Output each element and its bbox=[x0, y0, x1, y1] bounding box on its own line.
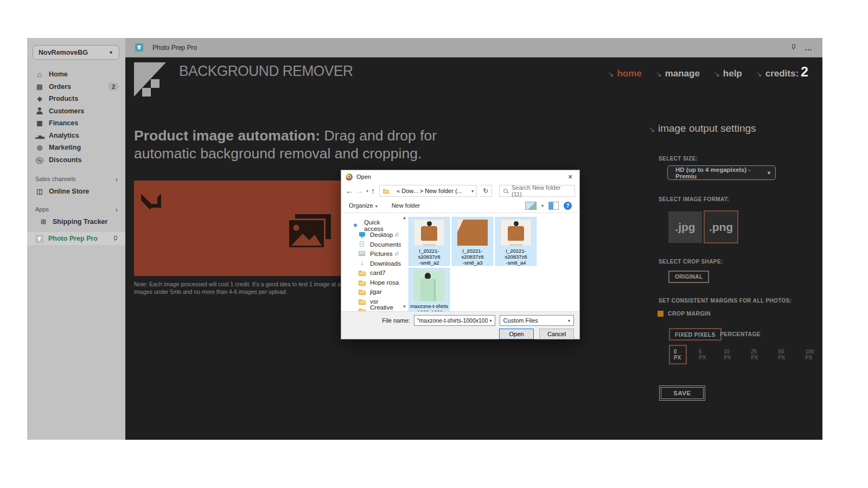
scroll-up-icon[interactable]: ▲ bbox=[401, 215, 408, 220]
sales-channels-header[interactable]: Sales channels › bbox=[27, 174, 125, 184]
tree-item[interactable]: Creative Cloud Fil bbox=[341, 306, 401, 312]
desktop-icon bbox=[359, 232, 366, 238]
file-thumbnail bbox=[414, 220, 444, 246]
app-nav-link[interactable]: ↘manage bbox=[656, 68, 700, 79]
address-bar: ← → ▾ ↑ « Dow... > New folder (... ▾ ↻ S… bbox=[341, 183, 579, 198]
tree-item[interactable]: Quick access bbox=[341, 221, 401, 230]
file-tile[interactable]: I_20221-s20837z8 -sm8_a3 bbox=[452, 217, 493, 266]
file-tile[interactable]: maxzone-t-shirts -1000x1000 bbox=[409, 268, 450, 311]
search-input[interactable]: Search New folder (11) bbox=[499, 185, 575, 197]
file-tile[interactable]: I_20221-s20837z8 -sm8_a4 bbox=[495, 217, 537, 266]
dialog-toolbar: Organize▾ New folder ▾ ? bbox=[341, 198, 579, 213]
sidebar-item[interactable]: Discounts bbox=[27, 154, 125, 166]
refresh-icon[interactable]: ↻ bbox=[480, 185, 492, 197]
save-button[interactable]: SAVE bbox=[659, 386, 705, 401]
sidebar-item[interactable]: Home bbox=[27, 68, 125, 81]
sidebar-item-shipping-tracker[interactable]: Shipping Tracker bbox=[27, 216, 125, 228]
new-folder-button[interactable]: New folder bbox=[392, 202, 420, 209]
preview-pane-icon[interactable] bbox=[548, 202, 559, 210]
tree-item[interactable]: Hope rosa bbox=[341, 278, 401, 287]
sidebar-item-label: Finances bbox=[49, 119, 78, 127]
breadcrumb[interactable]: « Dow... > New folder (... ▾ bbox=[379, 185, 477, 197]
folder-icon bbox=[359, 279, 366, 286]
sidebar-item-online-store[interactable]: Online Store bbox=[27, 185, 125, 198]
dialog-title-bar[interactable]: Open ✕ bbox=[341, 170, 579, 183]
chevron-down-icon: ▼ bbox=[108, 50, 113, 55]
format-jpg-button[interactable]: .jpg bbox=[668, 211, 702, 243]
tree-item[interactable]: Documents bbox=[341, 240, 401, 249]
sidebar-item-photo-prep-pro[interactable]: Photo Prep Pro bbox=[27, 232, 125, 245]
sidebar-item[interactable]: Customers bbox=[27, 105, 125, 118]
pin-icon[interactable] bbox=[791, 44, 796, 50]
margin-option[interactable]: 0 PX bbox=[669, 345, 687, 364]
tree-item[interactable]: Downloads bbox=[341, 259, 401, 268]
store-selector[interactable]: NovRemoveBG ▼ bbox=[33, 45, 119, 60]
documents-icon bbox=[359, 241, 366, 248]
sidebar-item[interactable]: Finances bbox=[27, 117, 125, 130]
arrow-down-right-icon: ↘ bbox=[608, 70, 614, 78]
folder-tree: Quick access Desktop Documents Pictures bbox=[341, 213, 401, 311]
arrow-down-right-icon: ↘ bbox=[656, 70, 662, 78]
fixed-pixels-button[interactable]: FIXED PIXELS bbox=[669, 328, 722, 341]
sidebar-item-label: Discounts bbox=[49, 156, 81, 164]
sidebar-item[interactable]: Products bbox=[27, 93, 125, 105]
size-select[interactable]: HD (up to 4 megapixels) - Premiu ▾ bbox=[667, 165, 776, 180]
image-format-label: SELECT IMAGE FORMAT: bbox=[659, 196, 729, 202]
sidebar-item[interactable]: Marketing bbox=[27, 142, 125, 154]
app-tab-bar: Photo Prep Pro … bbox=[125, 38, 822, 57]
dialog-title: Open bbox=[356, 174, 371, 180]
forward-icon[interactable]: → bbox=[356, 187, 363, 195]
store-name: NovRemoveBG bbox=[39, 49, 88, 56]
view-thumbnails-icon[interactable] bbox=[525, 202, 537, 210]
image-drop-zone[interactable] bbox=[134, 181, 374, 276]
app-nav-link[interactable]: ↘help bbox=[714, 68, 742, 79]
file-tile[interactable]: I_20221-s20837z8 -sm8_a2 bbox=[409, 217, 450, 266]
margin-option[interactable]: 25 PX bbox=[746, 345, 766, 364]
margin-option[interactable]: 10 PX bbox=[719, 345, 739, 364]
pin-icon bbox=[393, 232, 399, 238]
history-chevron-icon[interactable]: ▾ bbox=[366, 189, 368, 194]
overflow-menu-icon[interactable]: … bbox=[805, 45, 813, 50]
search-icon bbox=[503, 188, 508, 194]
margins-label: SET CONSISTENT MARGINS FOR ALL PHOTOS: bbox=[659, 298, 792, 304]
organize-menu[interactable]: Organize▾ bbox=[349, 202, 378, 209]
tree-item[interactable]: Pictures bbox=[341, 249, 401, 259]
background-remover-logo bbox=[134, 62, 172, 107]
tree-item[interactable]: card7 bbox=[341, 268, 401, 278]
up-icon[interactable]: ↑ bbox=[371, 187, 375, 195]
photos-icon bbox=[288, 214, 332, 251]
sidebar-item[interactable]: Orders 2 bbox=[27, 81, 125, 93]
file-name-input[interactable]: "maxzone-t-shirts-1000x1000" "I_2 ▾ bbox=[414, 315, 495, 326]
crop-shape-original-button[interactable]: ORIGINAL bbox=[668, 271, 709, 283]
file-list: I_20221-s20837z8 -sm8_a2 I_20221-s20837z… bbox=[408, 213, 579, 311]
pin-icon[interactable] bbox=[113, 236, 118, 242]
crop-margin-checkbox-row[interactable]: CROP MARGIN bbox=[658, 310, 711, 317]
finances-icon bbox=[35, 119, 44, 127]
chevron-down-icon[interactable]: ▾ bbox=[541, 203, 544, 208]
sidebar-item[interactable]: Analytics bbox=[27, 130, 125, 142]
help-icon[interactable]: ? bbox=[564, 202, 572, 210]
margin-option[interactable]: 50 PX bbox=[773, 345, 793, 364]
cancel-button[interactable]: Cancel bbox=[539, 329, 574, 339]
margin-option[interactable]: 100 PX bbox=[800, 345, 822, 364]
close-icon[interactable]: ✕ bbox=[561, 170, 579, 183]
chevron-down-icon: ▾ bbox=[490, 318, 492, 323]
file-thumbnail bbox=[501, 220, 531, 246]
apps-header[interactable]: Apps › bbox=[27, 204, 125, 215]
margin-option[interactable]: 5 PX bbox=[694, 345, 712, 364]
format-png-button[interactable]: .png bbox=[704, 210, 738, 243]
app-nav-link[interactable]: ↘home bbox=[608, 68, 642, 79]
open-button[interactable]: Open bbox=[499, 329, 534, 339]
back-icon[interactable]: ← bbox=[346, 187, 353, 195]
file-type-select[interactable]: Custom Files ▾ bbox=[500, 315, 574, 326]
app-nav: ↘home↘manage↘help ↘credits:2 bbox=[608, 64, 809, 80]
file-name: I_20221-s20837z8 -sm8_a2 bbox=[409, 248, 450, 266]
checkbox-icon[interactable] bbox=[658, 311, 663, 317]
scroll-down-icon[interactable]: ▼ bbox=[401, 304, 408, 309]
credits-link[interactable]: ↘credits:2 bbox=[756, 64, 808, 80]
tree-item[interactable]: Desktop bbox=[341, 230, 401, 240]
percentage-button[interactable]: PERCENTAGE bbox=[720, 331, 761, 337]
tree-item[interactable]: jigar bbox=[341, 287, 401, 297]
chevron-right-icon: › bbox=[116, 206, 118, 214]
sidebar-nav: Home Orders 2 Products Customers Fina bbox=[27, 68, 125, 166]
